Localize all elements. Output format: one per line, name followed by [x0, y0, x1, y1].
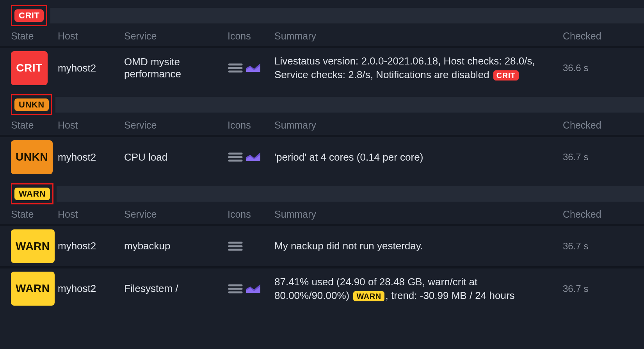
column-header-checked[interactable]: Checked — [563, 120, 633, 131]
summary-badge: WARN — [353, 291, 384, 301]
state-badge: UNKN — [11, 140, 53, 174]
group-state-badge: WARN — [14, 188, 50, 200]
column-headers: StateHostServiceIconsSummaryChecked — [0, 205, 644, 224]
group-header: UNKN — [0, 94, 644, 116]
table-row[interactable]: CRITmyhost2OMD mysite performanceLivesta… — [0, 46, 644, 88]
column-header-summary[interactable]: Summary — [274, 30, 563, 42]
summary-pre: My nackup did not run yesterday. — [274, 240, 423, 252]
summary-text: 'period' at 4 cores (0.14 per core) — [274, 150, 563, 164]
group-state-badge: UNKN — [14, 98, 49, 111]
column-header-icons[interactable]: Icons — [228, 120, 274, 131]
group-header-bar — [57, 186, 644, 202]
checked-time: 36.7 s — [563, 283, 633, 294]
column-headers: StateHostServiceIconsSummaryChecked — [0, 27, 644, 46]
row-icons — [228, 62, 274, 74]
summary-post: , trend: -30.99 MB / 24 hours — [386, 290, 515, 301]
summary-text: 87.41% used (24.90 of 28.48 GB, warn/cri… — [274, 275, 563, 302]
column-header-state[interactable]: State — [11, 209, 58, 220]
column-header-service[interactable]: Service — [124, 209, 228, 220]
table-row[interactable]: WARNmyhost2Filesystem /87.41% used (24.9… — [0, 266, 644, 309]
column-header-icons[interactable]: Icons — [228, 209, 274, 220]
annotation-box: WARN — [11, 183, 53, 204]
summary-pre: 'period' at 4 cores (0.14 per core) — [274, 151, 423, 163]
row-icons — [228, 240, 274, 252]
column-header-state[interactable]: State — [11, 30, 58, 42]
state-group-crit: CRITStateHostServiceIconsSummaryCheckedC… — [0, 5, 644, 88]
state-badge: WARN — [11, 272, 55, 306]
menu-icon[interactable] — [228, 283, 243, 295]
service-link[interactable]: Filesystem / — [124, 283, 228, 295]
menu-icon[interactable] — [228, 151, 243, 163]
service-link[interactable]: mybackup — [124, 240, 228, 252]
service-link[interactable]: OMD mysite performance — [124, 56, 228, 80]
menu-icon[interactable] — [228, 62, 243, 74]
column-header-service[interactable]: Service — [124, 30, 228, 42]
checked-time: 36.7 s — [563, 152, 633, 163]
column-header-host[interactable]: Host — [58, 120, 124, 131]
state-badge: CRIT — [11, 51, 48, 85]
column-header-host[interactable]: Host — [58, 209, 124, 220]
column-header-host[interactable]: Host — [58, 30, 124, 42]
annotation-box: UNKN — [11, 94, 52, 115]
column-header-summary[interactable]: Summary — [274, 120, 563, 131]
column-header-checked[interactable]: Checked — [563, 209, 633, 220]
table-row[interactable]: UNKNmyhost2CPU load'period' at 4 cores (… — [0, 135, 644, 177]
column-header-icons[interactable]: Icons — [228, 30, 274, 42]
summary-badge: CRIT — [493, 70, 519, 81]
checked-time: 36.6 s — [563, 63, 633, 73]
host-link[interactable]: myhost2 — [58, 62, 124, 74]
group-header: WARN — [0, 183, 644, 205]
menu-icon[interactable] — [228, 240, 243, 252]
column-header-summary[interactable]: Summary — [274, 209, 563, 220]
group-header-bar — [50, 8, 644, 23]
row-icons — [228, 151, 274, 163]
group-state-badge: CRIT — [14, 9, 44, 22]
state-group-warn: WARNStateHostServiceIconsSummaryCheckedW… — [0, 183, 644, 309]
column-headers: StateHostServiceIconsSummaryChecked — [0, 116, 644, 135]
state-group-unkn: UNKNStateHostServiceIconsSummaryCheckedU… — [0, 94, 644, 177]
state-badge: WARN — [11, 229, 55, 263]
group-header-bar — [55, 97, 644, 113]
chart-icon[interactable] — [246, 62, 261, 74]
service-link[interactable]: CPU load — [124, 151, 228, 163]
table-row[interactable]: WARNmyhost2mybackupMy nackup did not run… — [0, 224, 644, 267]
column-header-checked[interactable]: Checked — [563, 30, 633, 42]
chart-icon[interactable] — [246, 151, 261, 163]
column-header-service[interactable]: Service — [124, 120, 228, 131]
group-header: CRIT — [0, 5, 644, 27]
checked-time: 36.7 s — [563, 241, 633, 252]
annotation-box: CRIT — [11, 5, 47, 26]
chart-icon[interactable] — [246, 283, 261, 295]
column-header-state[interactable]: State — [11, 120, 58, 131]
host-link[interactable]: myhost2 — [58, 283, 124, 295]
summary-text: My nackup did not run yesterday. — [274, 239, 563, 253]
row-icons — [228, 283, 274, 295]
host-link[interactable]: myhost2 — [58, 240, 124, 252]
summary-text: Livestatus version: 2.0.0-2021.06.18, Ho… — [274, 54, 563, 82]
host-link[interactable]: myhost2 — [58, 151, 124, 163]
